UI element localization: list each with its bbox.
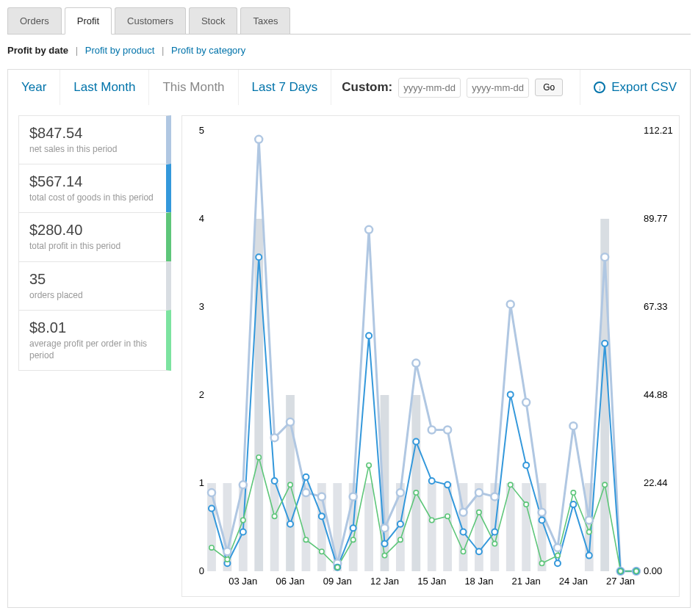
svg-point-94: [539, 517, 545, 523]
svg-point-112: [382, 553, 386, 557]
stat-card-1[interactable]: $567.14total cost of goods in this perio…: [18, 164, 171, 213]
svg-point-86: [413, 439, 419, 445]
tab-taxes[interactable]: Taxes: [240, 7, 290, 34]
svg-point-84: [381, 541, 387, 547]
svg-text:06 Jan: 06 Jan: [276, 576, 305, 587]
svg-rect-3: [254, 219, 263, 571]
period-year[interactable]: Year: [8, 70, 60, 105]
svg-point-70: [601, 253, 608, 261]
period-this-month[interactable]: This Month: [149, 70, 238, 105]
svg-point-114: [414, 490, 418, 495]
custom-go-button[interactable]: Go: [535, 79, 563, 96]
svg-point-90: [476, 548, 482, 554]
svg-point-55: [365, 226, 373, 233]
svg-point-119: [492, 541, 497, 546]
svg-point-64: [507, 300, 514, 308]
svg-point-77: [272, 478, 278, 484]
svg-point-115: [430, 518, 434, 522]
svg-rect-20: [522, 483, 530, 571]
period-last-7-days[interactable]: Last 7 Days: [239, 70, 332, 105]
subnav-link-category[interactable]: Profit by category: [171, 45, 245, 56]
svg-point-101: [209, 546, 214, 550]
svg-point-48: [255, 136, 262, 143]
svg-point-89: [461, 529, 467, 535]
svg-point-93: [523, 463, 529, 468]
stat-label: total profit in this period: [29, 240, 156, 252]
svg-point-68: [569, 422, 577, 430]
svg-text:5: 5: [199, 125, 204, 136]
svg-point-50: [287, 418, 294, 426]
svg-point-58: [412, 360, 420, 367]
tab-customers[interactable]: Customers: [115, 7, 186, 34]
stat-card-2[interactable]: $280.40total profit in this period: [18, 212, 171, 261]
svg-point-102: [225, 557, 229, 562]
stat-label: net sales in this period: [29, 143, 156, 155]
period-last-month[interactable]: Last Month: [60, 70, 149, 105]
stat-value: $847.54: [29, 125, 156, 142]
svg-text:12 Jan: 12 Jan: [370, 576, 399, 587]
svg-point-82: [350, 525, 356, 531]
svg-point-107: [303, 537, 308, 542]
svg-rect-4: [270, 483, 279, 571]
stat-card-4[interactable]: $8.01average profit per order in this pe…: [18, 310, 171, 371]
svg-point-106: [288, 482, 292, 487]
svg-text:21 Jan: 21 Jan: [512, 576, 541, 587]
svg-point-121: [524, 502, 528, 507]
profit-chart: 0123450.0022.4444.8867.3389.77112.2103 J…: [181, 115, 680, 597]
svg-point-83: [366, 333, 372, 338]
svg-point-54: [350, 493, 357, 500]
custom-from-input[interactable]: [398, 78, 461, 98]
svg-point-108: [320, 549, 324, 554]
svg-text:1: 1: [199, 477, 204, 488]
svg-point-47: [240, 481, 247, 488]
svg-point-111: [367, 463, 371, 467]
svg-point-97: [586, 553, 592, 559]
svg-text:22.44: 22.44: [644, 477, 668, 488]
stat-card-0[interactable]: $847.54net sales in this period: [18, 115, 171, 164]
svg-rect-10: [364, 483, 373, 571]
stat-label: total cost of goods in this period: [29, 192, 156, 203]
svg-text:18 Jan: 18 Jan: [464, 576, 493, 587]
stat-label: orders placed: [29, 289, 156, 301]
svg-point-116: [445, 514, 450, 518]
stat-label: average profit per order in this period: [29, 338, 156, 361]
tab-orders[interactable]: Orders: [7, 7, 62, 34]
svg-point-79: [303, 474, 309, 480]
svg-point-96: [570, 501, 576, 507]
svg-text:3: 3: [199, 301, 204, 312]
svg-point-52: [318, 493, 325, 500]
svg-point-122: [539, 561, 544, 565]
subnav-link-product[interactable]: Profit by product: [85, 45, 155, 56]
svg-point-51: [302, 489, 309, 496]
svg-text:112.21: 112.21: [644, 125, 673, 136]
svg-rect-15: [443, 483, 452, 571]
svg-point-66: [539, 509, 546, 516]
svg-point-85: [397, 521, 403, 527]
svg-point-124: [571, 490, 575, 495]
stat-value: $8.01: [29, 319, 156, 336]
export-label: Export CSV: [611, 80, 677, 95]
tab-stock[interactable]: Stock: [189, 7, 238, 34]
svg-point-127: [618, 569, 622, 573]
svg-text:67.33: 67.33: [644, 301, 668, 312]
svg-text:4: 4: [199, 213, 204, 224]
stat-value: 35: [29, 271, 156, 288]
svg-point-76: [256, 254, 262, 260]
svg-rect-13: [411, 395, 420, 571]
svg-point-92: [508, 391, 514, 397]
svg-point-73: [209, 505, 215, 511]
svg-rect-14: [428, 483, 436, 571]
svg-point-56: [381, 524, 388, 532]
svg-point-57: [397, 489, 404, 496]
tab-profit[interactable]: Profit: [65, 7, 112, 35]
subnav-current: Profit by date: [7, 45, 68, 56]
svg-text:0.00: 0.00: [644, 565, 662, 576]
stat-card-3[interactable]: 35orders placed: [18, 261, 171, 311]
svg-point-65: [522, 399, 530, 406]
svg-point-118: [477, 510, 481, 515]
svg-point-62: [475, 489, 483, 496]
export-csv-button[interactable]: ↓ Export CSV: [580, 70, 690, 105]
svg-point-117: [461, 549, 465, 554]
custom-to-input[interactable]: [467, 78, 529, 98]
svg-point-110: [350, 537, 355, 542]
